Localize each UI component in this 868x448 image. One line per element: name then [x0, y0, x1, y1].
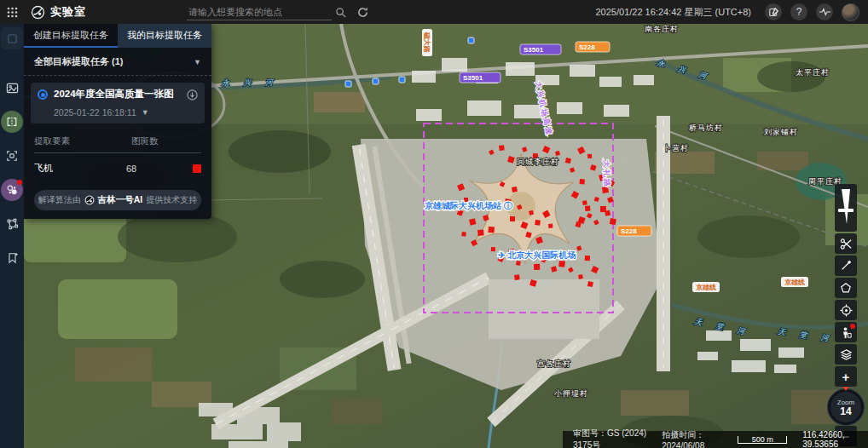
svg-text:✈ 北京大兴国际机场: ✈ 北京大兴国际机场 [498, 250, 576, 260]
element-color-swatch [193, 164, 201, 173]
capture-date: 拍摄时间：2024/06/08 [662, 429, 722, 448]
tab-create-task[interactable]: 创建目标提取任务 [24, 24, 118, 48]
svg-text:S228: S228 [621, 227, 637, 235]
compare-swipe-icon[interactable] [1, 111, 23, 133]
zoom-in-button[interactable]: + [835, 366, 857, 387]
ai-credit-brand: 吉林一号AI [98, 194, 143, 206]
svg-text:太平庄村: 太平庄村 [796, 68, 830, 77]
locate-icon[interactable] [835, 300, 857, 320]
streetview-icon[interactable] [835, 322, 857, 342]
task-card[interactable]: 2024年度全国高质量一张图 2025-01-22 16:18:11 ▼ [31, 83, 205, 123]
imagery-icon[interactable] [1, 77, 23, 99]
task-filter-label: 全部目标提取任务 (1) [34, 55, 124, 68]
ai-credit-suffix: 提供技术支持 [146, 194, 197, 206]
ai-detect-icon[interactable] [1, 179, 23, 201]
app-window: S3501S3501S228S228大兴机场高速大礼路磁大路回城李庄村永 兴 河… [0, 0, 868, 448]
apps-menu-icon[interactable] [0, 0, 24, 24]
element-count: 68 [126, 164, 136, 174]
task-title: 2024年度全国高质量一张图 [54, 89, 181, 101]
svg-text:回城李庄村: 回城李庄村 [517, 158, 559, 166]
task-panel: 创建目标提取任务 我的目标提取任务 全部目标提取任务 (1) ▼ 2024年度全… [24, 24, 211, 219]
cursor-coordinates: 116.42660, 39.53656 [802, 430, 859, 448]
zoom-level: 14 [840, 406, 851, 416]
bookmark-add-icon[interactable] [1, 247, 23, 269]
help-icon[interactable]: ? [790, 3, 807, 20]
streetview-badge [850, 324, 855, 329]
svg-text:刘家铺村: 刘家铺村 [764, 128, 798, 136]
chevron-down-icon[interactable]: ▼ [194, 58, 201, 66]
col-element-header: 提取要素 [34, 135, 70, 147]
search-bar [187, 3, 371, 20]
left-rail [0, 24, 24, 448]
layers-icon[interactable] [835, 344, 857, 365]
element-name: 飞机 [34, 162, 53, 175]
app-title: 实验室 [50, 4, 86, 20]
status-bar: 审图号：GS (2024) 3175号 拍摄时间：2024/06/08 500 … [563, 431, 868, 448]
svg-text:磁大路: 磁大路 [423, 32, 431, 53]
zoom-dial-indicator [842, 387, 849, 391]
brand: 实验室 [31, 4, 86, 20]
jilin1-logo-icon [31, 5, 45, 20]
draw-pencil-icon[interactable] [835, 256, 857, 276]
notification-dot [17, 180, 22, 185]
refresh-icon[interactable] [354, 3, 371, 20]
search-icon[interactable] [332, 3, 349, 20]
swipe-opacity-tool[interactable] [835, 184, 857, 232]
clip-scissors-icon[interactable] [835, 233, 857, 254]
jilin1-logo-icon [84, 195, 95, 205]
polygon-select-icon[interactable] [835, 278, 857, 298]
svg-text:S3501: S3501 [463, 74, 483, 82]
table-row[interactable]: 飞机 68 [34, 153, 201, 181]
activity-icon[interactable] [816, 3, 833, 20]
datetime-label: 2025/01/22 16:24:42 星期三 (UTC+8) [595, 6, 751, 19]
ai-credit-pill[interactable]: 解译算法由 吉林一号AI 提供技术支持 [34, 190, 201, 210]
svg-text:京雄城际大兴机场站 ⓘ: 京雄城际大兴机场站 ⓘ [425, 201, 513, 210]
task-timestamp: 2025-01-22 16:18:11 [54, 107, 136, 118]
map-toolbar: + Zoom 14 − [834, 184, 858, 448]
svg-text:S3501: S3501 [524, 46, 544, 54]
svg-text:桥马坊村: 桥马坊村 [689, 123, 723, 132]
download-icon[interactable] [187, 89, 198, 104]
task-filter-row[interactable]: 全部目标提取任务 (1) ▼ [24, 48, 211, 76]
zoom-dial[interactable]: Zoom 14 [828, 389, 864, 425]
svg-text:S228: S228 [579, 43, 595, 51]
task-tabs: 创建目标提取任务 我的目标提取任务 [24, 24, 211, 48]
search-input[interactable] [187, 4, 332, 20]
task-expand-icon[interactable]: ▼ [142, 108, 149, 117]
map-approval-number: 审图号：GS (2024) 3175号 [573, 428, 646, 448]
result-table: 提取要素 图斑数 飞机 68 [24, 127, 211, 181]
col-count-header: 图斑数 [131, 135, 159, 147]
svg-text:南各庄村: 南各庄村 [645, 25, 679, 33]
svg-text:宫各庄村: 宫各庄村 [537, 359, 571, 368]
ai-credit-prefix: 解译算法由 [38, 194, 81, 206]
scale-bar: 500 m [738, 436, 787, 444]
svg-text:京雄线: 京雄线 [696, 284, 716, 291]
svg-text:小押堤村: 小押堤村 [553, 389, 588, 398]
tab-my-tasks[interactable]: 我的目标提取任务 [118, 24, 211, 48]
svg-text:永 兴 河: 永 兴 河 [222, 78, 279, 87]
svg-text:卜营村: 卜营村 [663, 144, 689, 152]
svg-text:大礼路: 大礼路 [602, 160, 611, 188]
task-radio[interactable] [38, 89, 48, 100]
svg-text:京雄线: 京雄线 [784, 279, 805, 286]
user-avatar[interactable] [842, 3, 859, 21]
feedback-icon[interactable] [765, 3, 782, 20]
workspace-icon[interactable] [1, 27, 23, 49]
top-bar: 实验室 2025/01/22 16:24:42 星期三 (UTC+8) [0, 0, 868, 24]
polygon-tool-icon[interactable] [1, 213, 23, 235]
target-extract-icon[interactable] [1, 145, 23, 167]
